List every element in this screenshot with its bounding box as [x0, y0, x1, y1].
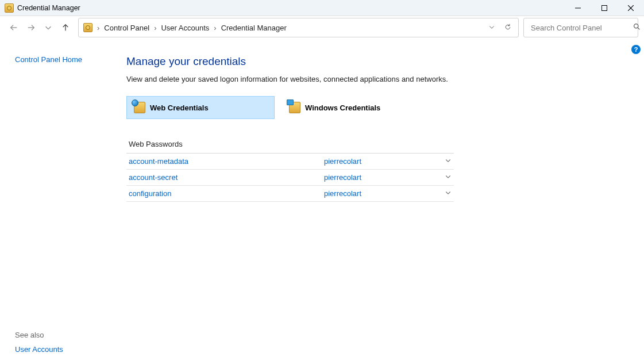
- credential-user: pierrecolart: [324, 189, 445, 198]
- nav-up-button[interactable]: [61, 23, 70, 32]
- credential-name: configuration: [129, 189, 324, 198]
- breadcrumb-item-0[interactable]: Control Panel: [103, 24, 151, 32]
- refresh-button[interactable]: [504, 24, 511, 32]
- window-title: Credential Manager: [17, 4, 80, 12]
- nav-back-button[interactable]: [9, 23, 18, 32]
- user-accounts-link[interactable]: User Accounts: [15, 345, 63, 354]
- windows-credentials-label: Windows Credentials: [305, 104, 380, 112]
- web-passwords-heading: Web Passwords: [126, 135, 454, 154]
- nav-forward-button[interactable]: [26, 23, 36, 32]
- close-button[interactable]: [618, 0, 644, 16]
- breadcrumb-sep: ›: [153, 24, 157, 32]
- svg-line-8: [638, 28, 639, 29]
- minimize-button[interactable]: [565, 0, 591, 16]
- credential-user: pierrecolart: [324, 157, 445, 166]
- window-controls: [565, 0, 644, 16]
- page-subtitle: View and delete your saved logon informa…: [126, 75, 621, 83]
- breadcrumb-item-1[interactable]: User Accounts: [160, 24, 210, 32]
- search-input[interactable]: [530, 23, 628, 33]
- chevron-down-icon: [445, 189, 452, 198]
- breadcrumb-item-2[interactable]: Credential Manager: [220, 24, 288, 32]
- titlebar: Credential Manager: [0, 0, 644, 16]
- address-bar[interactable]: › Control Panel › User Accounts › Creden…: [78, 18, 519, 37]
- credential-row[interactable]: account-metadata pierrecolart: [126, 154, 454, 170]
- help-icon-label: ?: [634, 46, 638, 53]
- credential-name: account-metadata: [129, 157, 324, 166]
- web-credentials-label: Web Credentials: [150, 104, 209, 112]
- svg-rect-1: [602, 5, 607, 10]
- breadcrumb-sep: ›: [96, 24, 101, 32]
- credential-user: pierrecolart: [324, 173, 445, 182]
- sidebar: Control Panel Home See also User Account…: [0, 39, 126, 364]
- help-button[interactable]: ?: [631, 45, 641, 54]
- control-panel-home-link[interactable]: Control Panel Home: [15, 55, 126, 64]
- breadcrumb-sep: ›: [213, 24, 217, 32]
- address-icon: [83, 23, 92, 32]
- search-box[interactable]: [523, 18, 638, 37]
- windows-credentials-icon: [289, 102, 300, 113]
- search-icon: [633, 23, 641, 32]
- nav-recent-button[interactable]: [44, 23, 53, 32]
- credential-row[interactable]: configuration pierrecolart: [126, 186, 454, 202]
- web-credentials-tile[interactable]: Web Credentials: [126, 96, 275, 119]
- app-icon: [5, 3, 14, 13]
- credential-list: account-metadata pierrecolart account-se…: [126, 154, 454, 202]
- windows-credentials-tile[interactable]: Windows Credentials: [281, 96, 430, 119]
- main-pane: Manage your credentials View and delete …: [126, 39, 644, 364]
- chevron-down-icon: [445, 157, 452, 166]
- web-credentials-icon: [134, 102, 145, 113]
- credential-name: account-secret: [129, 173, 324, 182]
- see-also-label: See also: [15, 331, 63, 339]
- svg-point-7: [634, 24, 638, 28]
- chevron-down-icon: [445, 173, 452, 182]
- page-title: Manage your credentials: [126, 55, 621, 68]
- maximize-button[interactable]: [591, 0, 618, 16]
- address-dropdown-button[interactable]: [488, 24, 495, 32]
- credential-row[interactable]: account-secret pierrecolart: [126, 170, 454, 186]
- navbar: › Control Panel › User Accounts › Creden…: [0, 16, 644, 39]
